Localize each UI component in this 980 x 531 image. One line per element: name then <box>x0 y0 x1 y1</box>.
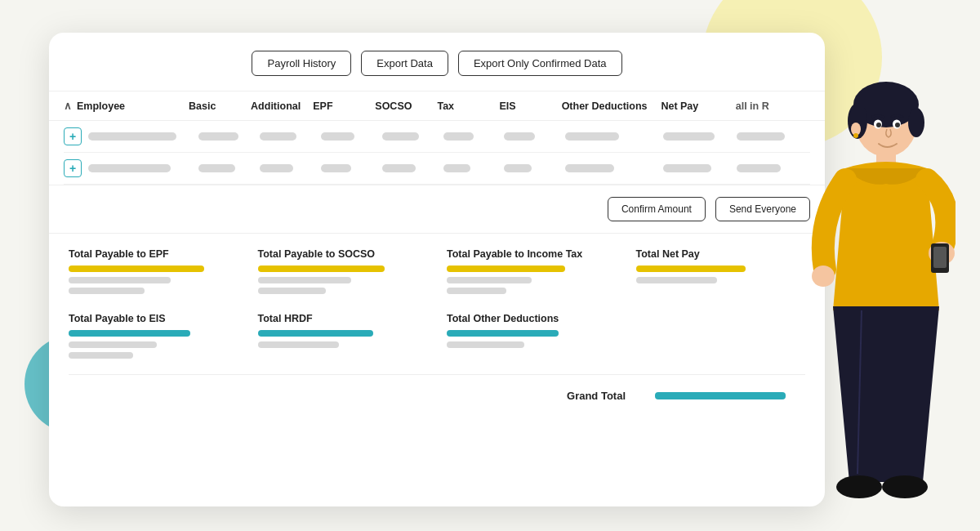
cell-employee-1 <box>88 129 198 144</box>
svg-rect-7 <box>933 247 947 268</box>
table-header: ∧ Employee Basic Additional EPF SOCSO Ta… <box>49 91 825 121</box>
summary-other-deductions-title: Total Other Deductions <box>447 313 617 324</box>
summary-net-pay-sk1 <box>636 277 718 283</box>
summary-section: Total Payable to EPF Total Payable to SO… <box>49 234 825 412</box>
summary-socso-title: Total Payable to SOCSO <box>258 248 428 260</box>
cell-additional-1 <box>260 129 321 144</box>
top-bar: Payroll History Export Data Export Only … <box>49 33 825 91</box>
summary-eis-bar <box>69 330 190 337</box>
summary-grid: Total Payable to EPF Total Payable to SO… <box>69 248 805 363</box>
export-data-button[interactable]: Export Data <box>361 51 448 76</box>
confirm-amount-button[interactable]: Confirm Amount <box>608 197 706 221</box>
summary-epf-sk2 <box>69 288 145 294</box>
cell-other-ded-2 <box>565 161 663 176</box>
summary-epf-sk1 <box>69 277 171 283</box>
summary-income-tax-sk2 <box>447 288 506 294</box>
svg-point-10 <box>836 475 882 498</box>
action-bar: Confirm Amount Send Everyone <box>49 185 825 234</box>
col-other-deductions: Other Deductions <box>562 100 662 112</box>
col-socso: SOCSO <box>375 100 437 112</box>
summary-hrdf-bar <box>258 330 373 337</box>
summary-socso: Total Payable to SOCSO <box>258 248 428 298</box>
col-additional: Additional <box>251 100 313 112</box>
sort-icon[interactable]: ∧ <box>64 100 72 112</box>
expand-button-1[interactable]: + <box>64 127 82 145</box>
col-employee: Employee <box>77 100 189 112</box>
cell-epf-1 <box>321 129 382 144</box>
table-row: + <box>64 153 810 185</box>
person-svg <box>768 57 956 531</box>
summary-other-deductions-bar <box>447 330 559 337</box>
summary-other-deductions: Total Other Deductions <box>447 313 617 363</box>
grand-total-row: Grand Total <box>69 382 805 402</box>
summary-socso-bar <box>258 266 385 272</box>
svg-point-17 <box>853 133 858 138</box>
col-basic: Basic <box>189 100 251 112</box>
payroll-history-button[interactable]: Payroll History <box>252 51 351 76</box>
expand-button-2[interactable]: + <box>64 159 82 177</box>
summary-epf-bar <box>69 266 204 272</box>
svg-point-14 <box>876 123 881 127</box>
summary-income-tax: Total Payable to Income Tax <box>447 248 617 298</box>
col-eis: EIS <box>500 100 562 112</box>
cell-basic-1 <box>198 129 260 144</box>
cell-tax-2 <box>443 161 505 176</box>
cell-socso-1 <box>382 129 443 144</box>
person-illustration <box>768 57 956 531</box>
summary-socso-sk1 <box>258 277 351 283</box>
col-epf: EPF <box>313 100 375 112</box>
col-net-pay: Net Pay <box>661 100 735 112</box>
summary-hrdf: Total HRDF <box>258 313 428 363</box>
cell-net-pay-2 <box>663 161 737 176</box>
table-row: + <box>64 121 810 153</box>
summary-epf: Total Payable to EPF <box>69 248 238 298</box>
cell-eis-2 <box>504 161 565 176</box>
summary-eis-title: Total Payable to EIS <box>69 313 238 324</box>
cell-other-ded-1 <box>565 129 663 144</box>
export-confirmed-button[interactable]: Export Only Confirmed Data <box>458 51 622 76</box>
grand-total-label: Grand Total <box>567 390 626 402</box>
summary-other-deductions-sk1 <box>447 341 524 348</box>
summary-eis-sk1 <box>69 341 157 348</box>
summary-income-tax-title: Total Payable to Income Tax <box>447 248 617 260</box>
summary-epf-title: Total Payable to EPF <box>69 248 238 260</box>
summary-hrdf-sk1 <box>258 341 340 348</box>
svg-point-15 <box>895 123 900 127</box>
summary-eis-sk2 <box>69 352 133 359</box>
grand-total-bar <box>655 392 786 399</box>
summary-eis: Total Payable to EIS <box>69 313 238 363</box>
cell-basic-2 <box>198 161 260 176</box>
summary-income-tax-sk1 <box>447 277 532 283</box>
table-body: + <box>49 121 825 185</box>
svg-point-11 <box>882 475 928 498</box>
svg-point-3 <box>908 108 924 137</box>
cell-epf-2 <box>321 161 382 176</box>
svg-point-8 <box>812 266 835 287</box>
cell-socso-2 <box>382 161 443 176</box>
col-tax: Tax <box>437 100 499 112</box>
summary-hrdf-title: Total HRDF <box>258 313 428 324</box>
cell-tax-1 <box>443 129 505 144</box>
cell-net-pay-1 <box>663 129 737 144</box>
cell-eis-1 <box>504 129 565 144</box>
cell-additional-2 <box>260 161 321 176</box>
main-card: Payroll History Export Data Export Only … <box>49 33 825 506</box>
summary-net-pay-bar <box>636 266 746 272</box>
divider <box>69 374 805 375</box>
summary-income-tax-bar <box>447 266 565 272</box>
cell-employee-2 <box>88 161 198 176</box>
summary-socso-sk2 <box>258 288 326 294</box>
